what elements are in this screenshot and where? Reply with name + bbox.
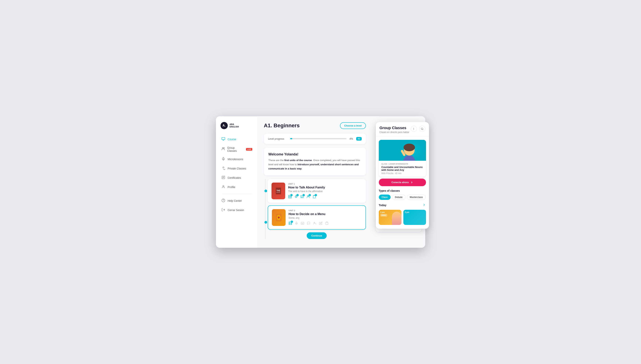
sidebar-private-classes-label: Private Classes bbox=[228, 167, 246, 170]
type-tab-class[interactable]: Class bbox=[379, 194, 391, 200]
today-card-2-time: 2 pm bbox=[405, 211, 409, 213]
welcome-title: Welcome Yolanda! bbox=[269, 152, 361, 156]
unit-1-film-icon: ✓ bbox=[288, 195, 292, 199]
unit-2-number: UNIT 2 bbox=[289, 209, 362, 212]
svg-text:THE: THE bbox=[277, 190, 280, 192]
today-title: Today bbox=[379, 204, 386, 207]
live-card-info: CLASS · LOWER INTERMEDIATE Countable and… bbox=[379, 161, 426, 177]
unit-1-info: UNIT 1 How to Talk About Family The verb… bbox=[288, 183, 362, 199]
panel-title: Group Classes bbox=[380, 126, 409, 130]
panel-subtitle: Clases en directo para hablar bbox=[380, 131, 409, 134]
floating-panel: Group Classes Clases en directo para hab… bbox=[376, 122, 429, 229]
choose-level-button[interactable]: Choose a level bbox=[340, 122, 366, 129]
sidebar-item-certificates[interactable]: Certificates bbox=[219, 174, 255, 182]
sidebar-item-help[interactable]: Help Center bbox=[219, 196, 255, 205]
logo-text: ABAENGLISH bbox=[230, 123, 239, 128]
sidebar: A. ABAENGLISH Course bbox=[216, 116, 258, 248]
connect-button[interactable]: Conecta ahora bbox=[379, 178, 426, 186]
unit-1-subtitle: The verb to have in the affirmative bbox=[288, 190, 362, 193]
unit-1-film: THE HOTEL bbox=[272, 182, 285, 199]
unit-1-users-icon: ✓ bbox=[307, 195, 310, 199]
types-section: Types of classes Class Debate Masterclas… bbox=[376, 186, 429, 200]
sidebar-microlessons-label: Microlessons bbox=[228, 158, 243, 161]
unit-connector bbox=[265, 179, 265, 239]
unit-1-mic-icon: ✓ bbox=[294, 195, 298, 199]
unit-2-film bbox=[272, 209, 286, 226]
unit-1-film-check: ✓ bbox=[290, 194, 293, 196]
unit-1-users-check: ✓ bbox=[309, 194, 311, 196]
today-arrow[interactable] bbox=[422, 203, 426, 208]
group-classes-icon bbox=[221, 147, 225, 152]
panel-header: Group Classes Clases en directo para hab… bbox=[376, 122, 429, 137]
unit-2-mic-icon bbox=[295, 222, 298, 226]
page-header: A1. Beginners Choose a level bbox=[264, 122, 366, 129]
class-level-tag: CLASS · LOWER INTERMEDIATE bbox=[381, 163, 423, 165]
unit-2-caption-icon bbox=[301, 222, 304, 226]
unit-2-icons: ✓ bbox=[289, 222, 362, 226]
svg-point-56 bbox=[403, 144, 415, 151]
profile-icon bbox=[221, 185, 226, 190]
svg-point-31 bbox=[278, 216, 280, 218]
info-button[interactable]: i bbox=[411, 126, 417, 132]
svg-point-11 bbox=[223, 186, 224, 187]
today-cards: 2 pm FREE 2 pm bbox=[379, 210, 426, 225]
unit-2-info: UNIT 2 How to Decide on a Menu Some, any… bbox=[289, 209, 362, 226]
sidebar-help-label: Help Center bbox=[228, 199, 242, 202]
svg-rect-0 bbox=[222, 137, 225, 140]
unit-card-1[interactable]: THE HOTEL UNIT 1 How to Talk About Famil… bbox=[268, 179, 366, 203]
unit-2-title: How to Decide on a Menu bbox=[289, 212, 362, 216]
svg-rect-40 bbox=[326, 222, 327, 222]
private-classes-icon bbox=[221, 166, 226, 171]
sidebar-course-label: Course bbox=[228, 138, 236, 141]
unit-1-thumbnail: THE HOTEL bbox=[272, 182, 285, 199]
sidebar-logout-label: Cerrar Sesion bbox=[228, 208, 244, 212]
main-content: A1. Beginners Choose a level Level progr… bbox=[258, 116, 372, 248]
unit-2-users-icon bbox=[313, 222, 316, 226]
sidebar-profile-label: Profile bbox=[228, 186, 235, 189]
logout-icon bbox=[221, 208, 226, 212]
teacher-info: With Priscilla · 40 min bbox=[381, 172, 423, 174]
svg-point-3 bbox=[222, 148, 223, 148]
svg-text:HOTEL: HOTEL bbox=[276, 192, 280, 193]
unit-row-2: UNIT 2 How to Decide on a Menu Some, any… bbox=[268, 205, 366, 239]
unit-1-caption-icon: ✓ bbox=[300, 195, 304, 199]
search-button[interactable] bbox=[419, 126, 425, 132]
unit-2-film-icon: ✓ bbox=[289, 222, 292, 226]
unit-1-mic-check: ✓ bbox=[296, 194, 299, 196]
sidebar-item-group-classes[interactable]: Group Classes LIVE bbox=[219, 144, 255, 154]
today-section: Today 2 pm FREE 2 pm bbox=[376, 200, 429, 225]
svg-line-51 bbox=[422, 130, 423, 130]
unit-1-caption-check: ✓ bbox=[303, 194, 305, 196]
unit-card-2[interactable]: UNIT 2 How to Decide on a Menu Some, any… bbox=[268, 205, 366, 230]
continue-button[interactable]: Continue bbox=[307, 232, 326, 239]
sidebar-item-microlessons[interactable]: Microlessons bbox=[219, 155, 255, 164]
logo-area: A. ABAENGLISH bbox=[216, 122, 258, 135]
today-card-1-time: 2 pm bbox=[380, 211, 385, 213]
progress-bar-container bbox=[290, 138, 346, 139]
today-card-1[interactable]: 2 pm FREE bbox=[379, 210, 401, 225]
level-badge: A2 bbox=[356, 137, 362, 140]
today-card-2[interactable]: 2 pm bbox=[403, 210, 426, 225]
types-tabs: Class Debate Masterclass To... bbox=[379, 194, 426, 200]
course-icon bbox=[221, 137, 226, 142]
sidebar-item-logout[interactable]: Cerrar Sesion bbox=[219, 206, 255, 215]
units-section: ✓ THE HOTEL bbox=[264, 179, 366, 239]
logo-circle: A. bbox=[221, 122, 228, 129]
sidebar-item-private-classes[interactable]: Private Classes bbox=[219, 164, 255, 173]
sidebar-item-course[interactable]: Course bbox=[219, 135, 255, 144]
live-badge: LIVE bbox=[246, 148, 252, 151]
unit-2-chat-icon bbox=[307, 222, 310, 226]
unit-2-clipboard-icon bbox=[325, 222, 329, 226]
types-title: Types of classes bbox=[379, 189, 426, 192]
unit-row-1: ✓ THE HOTEL bbox=[268, 179, 366, 203]
progress-card: Level progress 4% A2 bbox=[264, 134, 366, 144]
type-tab-debate[interactable]: Debate bbox=[392, 194, 405, 200]
panel-icons: i bbox=[411, 126, 425, 132]
type-tab-masterclass[interactable]: Masterclass bbox=[407, 194, 426, 200]
sidebar-item-profile[interactable]: Profile bbox=[219, 183, 255, 192]
certificates-icon bbox=[221, 176, 226, 180]
class-name: Countable and Uncountable Nouns with Som… bbox=[381, 166, 423, 171]
unit-1-clipboard-icon: ✓ bbox=[313, 195, 316, 199]
sidebar-certificates-label: Certificates bbox=[228, 176, 241, 179]
sidebar-group-classes-label: Group Classes bbox=[227, 146, 243, 152]
